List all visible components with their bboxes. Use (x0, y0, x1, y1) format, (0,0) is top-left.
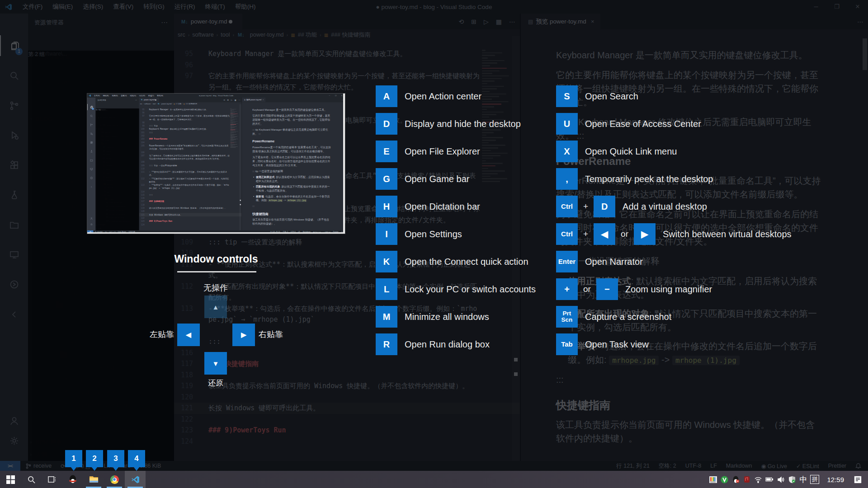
task-view-icon[interactable] (42, 471, 62, 488)
breadcrumb-item[interactable]: power-toy.md (161, 103, 171, 105)
status-item[interactable]: receive (95, 231, 103, 233)
code-line[interactable]: 112- **匹配所有出现的对象**：默认情况下只匹配项目中搜索文本的第一个实例… (139, 177, 230, 184)
activity-run-debug-icon[interactable] (87, 131, 95, 137)
status-item[interactable]: ◉ Go Live (313, 231, 321, 233)
code-line[interactable]: 122 (139, 216, 230, 220)
breadcrumb-item[interactable]: ### 快捷键指南 (185, 103, 197, 105)
status-item[interactable]: Live Share (118, 231, 126, 233)
remote-indicator[interactable]: >< (87, 230, 93, 234)
activity-live-share-icon[interactable] (87, 175, 95, 181)
menu-item[interactable]: 查看(V) (119, 94, 128, 98)
code-line[interactable]: 115::: (139, 193, 230, 197)
code-line[interactable]: 106 (139, 150, 230, 154)
status-item[interactable]: 6.86 KiB (129, 231, 135, 233)
breadcrumb-item[interactable]: ## 功能 (176, 103, 182, 105)
tray-antivirus-v-icon[interactable] (720, 475, 728, 483)
code-line[interactable]: 100Keyboard Manager 修改键位之后无需重启电脑即可立即生效。 (139, 127, 230, 131)
code-line[interactable]: 120 (139, 210, 230, 213)
taskbar-file-explorer-icon[interactable] (83, 471, 104, 488)
maximize-icon[interactable]: ❐ (333, 94, 339, 98)
code-line[interactable]: 117### 快捷键指南 (139, 200, 230, 203)
code-line[interactable]: 111- **使用正则表达式**：默认搜索框中为文字匹配，启用后将认为搜索框中为… (139, 170, 230, 177)
activity-account-icon[interactable] (87, 216, 95, 222)
notification-center-icon[interactable] (854, 475, 862, 483)
activity-settings-gear-icon[interactable] (87, 221, 95, 228)
close-icon[interactable]: ✕ (339, 94, 345, 98)
code-line[interactable]: 102 (139, 134, 230, 137)
code-line[interactable]: 104 (139, 141, 230, 144)
activity-explorer-icon[interactable]: 1 (87, 104, 95, 110)
taskbar-clock[interactable]: 12:59 (827, 476, 844, 483)
tray-battery-icon[interactable] (765, 475, 774, 483)
status-item[interactable]: ⊗ 0 △ 3 (109, 231, 115, 233)
code-line[interactable]: 113- **枚举项**：勾选后，会在在操作中修改的文件名后追加一个数字后缀。例… (139, 183, 230, 190)
taskbar-search-icon[interactable] (21, 471, 42, 488)
breadcrumb-item[interactable]: software (144, 103, 151, 105)
taskbar-qq-icon[interactable] (62, 471, 83, 488)
ime-pinyin-indicator[interactable]: 拼 (810, 475, 819, 484)
tray-wifi-icon[interactable] (754, 475, 762, 483)
snap-right-button[interactable]: ▶ (232, 324, 255, 346)
menu-item[interactable]: 帮助(H) (156, 94, 165, 98)
snap-up-button[interactable]: ▲ (204, 296, 227, 318)
menu-item[interactable]: 终端(T) (146, 94, 156, 98)
menu-item[interactable]: 编辑(E) (101, 94, 110, 98)
sidebar-more-icon[interactable]: ⋯ (135, 99, 137, 101)
taskbar-vscode-icon[interactable] (125, 471, 146, 488)
code-line[interactable]: 124 (139, 223, 230, 226)
code-line[interactable]: 97它的主要作用能帮你将键盘上的某个按键映射为另一个按键，甚至还能将一组快捷键映… (139, 114, 230, 121)
editor-action-icon[interactable]: ⋯ (238, 99, 240, 101)
close-tab-icon[interactable]: × (263, 99, 264, 101)
activity-search-icon[interactable] (87, 113, 95, 119)
tray-screenshot-grid-icon[interactable] (709, 475, 717, 483)
code-line[interactable]: 103### PowerRename (139, 137, 230, 141)
activity-chevron-icon[interactable] (87, 184, 95, 190)
breadcrumb-item[interactable]: src (140, 103, 142, 105)
activity-test-flask-icon[interactable] (87, 148, 95, 155)
menu-item[interactable]: 转到(G) (128, 94, 137, 98)
code-line[interactable]: 119该工具负责提示你当前页面可用的 Windows 快捷键。（并不包含软件内的… (139, 206, 230, 210)
taskbar-chrome-icon[interactable] (104, 471, 125, 488)
code-line[interactable]: 98 (139, 121, 230, 124)
code-line[interactable]: 123### 9)PowerToys Run (139, 220, 230, 223)
tab-power-toy[interactable]: M↓ power-toy.md (139, 98, 159, 102)
code-line[interactable]: 110 (139, 167, 230, 170)
activity-source-control-icon[interactable] (87, 122, 95, 128)
status-item[interactable]: Prettier (333, 231, 339, 233)
status-item[interactable]: 行 121, 列 21 (270, 231, 280, 233)
code-line[interactable]: 99::: tip (139, 124, 230, 127)
code-line[interactable]: 101::: (139, 131, 230, 134)
menu-item[interactable]: 文件(F) (93, 94, 102, 98)
editor-code[interactable]: 95Keyboard Manager 是一款简单而又实用的键盘键位修改工具。96… (139, 108, 230, 226)
code-line[interactable]: 105PowerRename是一个实用的右键菜单“批量重命名工具”，可以支持搜索… (139, 144, 230, 151)
tray-music-red-icon[interactable] (743, 475, 751, 483)
start-button[interactable] (0, 471, 21, 488)
restore-button[interactable]: ▼ (204, 352, 227, 375)
breadcrumb-item[interactable]: tool (153, 103, 156, 105)
preview-scrollbar-thumb[interactable] (343, 105, 344, 114)
code-line[interactable]: 116 (139, 197, 230, 200)
activity-project-folder-icon[interactable] (87, 157, 95, 164)
tray-defender-shield-icon[interactable] (788, 475, 796, 483)
menu-item[interactable]: 选择(S) (110, 94, 119, 98)
code-line[interactable]: 121长按 Windows 键即可呼出此工具。 (139, 213, 230, 216)
activity-remote-explorer-icon[interactable] (87, 166, 95, 172)
activity-extensions-icon[interactable] (87, 140, 95, 146)
menu-item[interactable]: 运行(R) (137, 94, 146, 98)
code-line[interactable]: 108 (139, 160, 230, 164)
minimize-icon[interactable]: ─ (326, 94, 333, 98)
status-item[interactable]: ⟳ (105, 231, 107, 233)
code-line[interactable]: 109::: tip 一些设置选项的解释 (139, 164, 230, 167)
editor-action-icon[interactable]: ⊞ (227, 99, 228, 101)
snap-left-button[interactable]: ◀ (177, 324, 200, 346)
editor-action-icon[interactable]: ▷ (231, 99, 232, 101)
tab-preview[interactable]: ▤ 预览 power-toy.md × (242, 98, 265, 102)
notifications-bell-icon[interactable] (341, 231, 343, 233)
ime-language-indicator[interactable]: 中 (799, 474, 807, 485)
code-line[interactable]: 114 (139, 190, 230, 193)
editor-action-icon[interactable]: ⟲ (223, 99, 225, 101)
status-item[interactable]: 空格: 2 (283, 231, 288, 233)
status-item[interactable]: Markdown (303, 231, 311, 233)
status-item[interactable]: UTF-8 (291, 231, 296, 233)
status-item[interactable]: ✓ ESLint (324, 231, 330, 233)
